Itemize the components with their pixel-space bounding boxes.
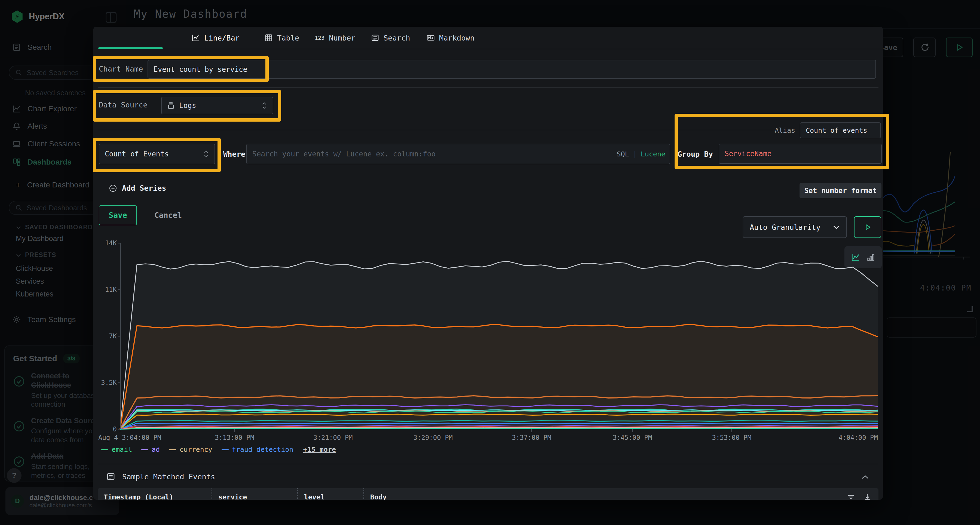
y-tick-label: 0 xyxy=(113,425,117,433)
legend-swatch xyxy=(221,449,229,450)
column-header-timestamp[interactable]: Timestamp (Local) xyxy=(98,488,212,500)
add-series-button[interactable]: Add Series xyxy=(109,184,166,192)
granularity-select[interactable]: Auto Granularity xyxy=(743,216,847,238)
add-series-label: Add Series xyxy=(122,184,166,192)
granularity-value: Auto Granularity xyxy=(750,223,821,232)
legend-item[interactable]: currency xyxy=(169,446,212,454)
tab-number[interactable]: 123 Number xyxy=(315,32,356,44)
tab-markdown[interactable]: Markdown xyxy=(426,32,474,44)
legend-label: ad xyxy=(152,446,160,454)
legend-swatch xyxy=(101,449,108,450)
legend-label: currency xyxy=(180,446,212,454)
chart-legend: emailadcurrencyfraud-detection +15 more xyxy=(101,446,336,454)
column-header-body[interactable]: Body xyxy=(363,488,445,500)
tab-label: Number xyxy=(329,34,356,42)
x-tick-label: 3:53:00 PM xyxy=(712,434,751,441)
table-icon xyxy=(265,34,273,42)
chart-svg xyxy=(120,243,878,429)
tabs-divider xyxy=(93,49,883,49)
tab-label: Table xyxy=(277,34,299,42)
tab-label: Markdown xyxy=(439,34,474,42)
sample-matched-events-header[interactable]: Sample Matched Events xyxy=(107,472,215,481)
play-icon xyxy=(864,223,872,231)
legend-swatch xyxy=(169,449,176,450)
lucene-option[interactable]: Lucene xyxy=(641,150,665,158)
set-number-format-button[interactable]: Set number format xyxy=(800,183,881,198)
divider xyxy=(98,130,773,130)
list-icon xyxy=(371,34,379,42)
x-tick-label: Aug 4 3:04:00 PM xyxy=(98,434,161,441)
legend-swatch xyxy=(141,449,148,450)
y-tick-label: 7K xyxy=(109,332,117,340)
column-header-level[interactable]: level xyxy=(297,488,363,500)
y-tick-label: 14K xyxy=(105,240,117,247)
where-input[interactable] xyxy=(247,144,670,164)
tab-line-bar[interactable]: Line/Bar xyxy=(192,32,240,44)
highlight-aggregation xyxy=(93,138,221,172)
chevron-down-icon xyxy=(833,225,840,230)
list-icon xyxy=(107,472,115,481)
divider xyxy=(98,87,878,88)
highlight-chart-name xyxy=(93,56,269,82)
legend-more-link[interactable]: +15 more xyxy=(303,446,336,454)
cancel-button[interactable]: Cancel xyxy=(154,205,182,225)
x-tick-label: 3:21:00 PM xyxy=(313,434,353,441)
divider xyxy=(98,464,878,464)
tab-label: Line/Bar xyxy=(204,34,240,42)
sample-title: Sample Matched Events xyxy=(122,473,215,481)
chart-plot[interactable] xyxy=(120,243,878,429)
sql-option[interactable]: SQL xyxy=(617,150,629,158)
x-tick-label: 3:29:00 PM xyxy=(414,434,453,441)
legend-item[interactable]: ad xyxy=(141,446,160,454)
legend-label: email xyxy=(111,446,132,454)
chevron-up-icon[interactable] xyxy=(861,474,869,480)
line-chart-icon xyxy=(192,34,200,42)
download-icon[interactable] xyxy=(863,493,871,500)
legend-item[interactable]: email xyxy=(101,446,132,454)
tab-search[interactable]: Search xyxy=(371,32,410,44)
filter-icon[interactable] xyxy=(847,493,855,500)
x-tick-label: 4:04:00 PM xyxy=(839,434,878,441)
y-tick-label: 11K xyxy=(105,286,117,293)
where-label: Where xyxy=(223,150,245,158)
highlight-group-by xyxy=(675,114,889,169)
screen: ⚡ HyperDX Search Saved Searches No saved… xyxy=(0,0,980,525)
events-table-header: Timestamp (Local) service level Body xyxy=(98,488,878,500)
column-header-service[interactable]: service xyxy=(212,488,297,500)
x-tick-label: 3:45:00 PM xyxy=(613,434,652,441)
x-tick-label: 3:37:00 PM xyxy=(512,434,551,441)
query-language-toggle[interactable]: SQL | Lucene xyxy=(617,144,665,164)
markdown-icon xyxy=(426,34,435,42)
where-input-wrap: SQL | Lucene xyxy=(247,144,670,164)
highlight-data-source xyxy=(93,90,281,122)
legend-label: fraud-detection xyxy=(232,446,293,454)
run-chart-button[interactable] xyxy=(854,216,881,238)
legend-item[interactable]: fraud-detection xyxy=(221,446,293,454)
x-tick-label: 3:13:00 PM xyxy=(215,434,254,441)
toggle-separator: | xyxy=(633,150,637,158)
tab-table[interactable]: Table xyxy=(265,32,299,44)
x-axis-labels: Aug 4 3:04:00 PM3:13:00 PM3:21:00 PM3:29… xyxy=(120,434,878,443)
tab-label: Search xyxy=(383,34,410,42)
123-icon: 123 xyxy=(315,34,325,42)
y-tick-label: 3.5K xyxy=(101,379,117,387)
